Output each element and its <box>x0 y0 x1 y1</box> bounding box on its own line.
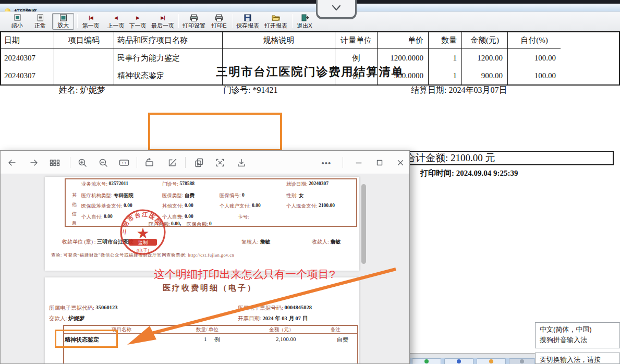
preview-toolbar: 缩小 正常 放大 |◀ 第一页 ◀ 上一页 ▶ 下一页 ▶| 最后一页 <box>0 11 620 31</box>
detail-col-note: 备注 <box>331 326 341 333</box>
save-report-button[interactable]: 保存报表 <box>235 13 261 30</box>
thumbnails-icon[interactable] <box>50 157 60 168</box>
viewer-separator <box>185 157 186 168</box>
detail-bill-code: 所属电子票据代码: 35060123 <box>49 305 118 312</box>
detail-row-amount: 2,100.00 <box>276 336 296 342</box>
settle-date: 结算日期: 2024年03月07日 <box>411 85 507 96</box>
text-recognition-icon[interactable] <box>215 157 225 168</box>
maximize-icon[interactable] <box>374 157 385 168</box>
viewer-scrollbar[interactable] <box>361 184 366 264</box>
preview-titlebar[interactable]: 打印预览 <box>0 4 620 11</box>
print-setup-button[interactable]: 打印设置 <box>180 13 208 30</box>
receipt-card-no: 卡号: <box>238 214 249 221</box>
viewer-toolbar: 1:1 ••• <box>1 151 409 174</box>
open-report-icon <box>272 14 280 21</box>
receipt-self-pay: 个人自付: 0.00 <box>81 214 113 221</box>
orange-highlight-box-items <box>148 113 282 151</box>
print-setup-icon <box>190 14 198 21</box>
receipt-clinic-no: 门诊号: 578588 <box>162 181 194 188</box>
copy-page-icon[interactable] <box>194 157 204 168</box>
first-page-icon: |◀ <box>89 14 92 21</box>
visit-number: 门诊号: *91421 <box>223 85 277 96</box>
viewer-separator <box>70 157 70 168</box>
col-header-qty: 数量 <box>429 32 462 49</box>
col-header-item-name: 药品和医疗项目名称 <box>114 32 223 49</box>
taskbar-item[interactable] <box>509 358 535 364</box>
ime-language: 中文(简体，中国) <box>540 324 615 335</box>
col-header-spec: 规格说明 <box>223 32 335 49</box>
receipt-insure-no: 医保编号: 0 <box>220 192 245 199</box>
forward-icon[interactable] <box>29 157 39 168</box>
chevron-down-icon <box>331 4 342 14</box>
viewer-separator <box>137 157 137 168</box>
toolbar-separator <box>233 14 233 28</box>
receipt-account-pay: 个人账户支付: 0.00 <box>220 203 261 210</box>
back-icon[interactable] <box>7 157 17 168</box>
zoom-out-icon[interactable] <box>98 157 108 168</box>
next-page-icon: ▶ <box>136 14 139 21</box>
taskbar-app-icon <box>489 359 493 363</box>
col-header-code: 项目编码 <box>54 32 114 49</box>
col-header-unit: 计量单位 <box>335 32 378 49</box>
exit-icon <box>301 14 309 21</box>
receipt-cashier: 收款人: 詹敏 <box>312 238 341 246</box>
next-page-button[interactable]: ▶ 下一页 <box>127 13 148 30</box>
viewer-separator <box>343 157 343 168</box>
hospital-seal: 三明市台江医院 ★ 监制 (电子) <box>119 208 167 256</box>
print-button[interactable]: 打印E <box>209 13 229 30</box>
screen: 三明市台江医院门诊费用结算清单 姓名: 炉妮梦 门诊号: *91421 结算日期… <box>0 0 620 364</box>
col-header-date: 日期 <box>1 32 54 49</box>
print-time: 打印时间: 2024.09.04 9:25:39 <box>420 168 518 178</box>
receipt-serial: 业务流水号: 02572011 <box>81 181 128 188</box>
normal-zoom-button[interactable]: 正常 <box>30 13 50 30</box>
open-report-button[interactable]: 打开报表 <box>263 13 289 30</box>
edit-icon[interactable] <box>167 157 178 168</box>
toolbar-separator <box>77 14 78 28</box>
save-report-icon <box>244 14 251 21</box>
prev-page-icon: ◀ <box>114 14 117 21</box>
ime-language-tooltip: 中文(简体，中国) 搜狗拼音输入法 <box>535 322 620 348</box>
detail-col-amount: 金额（元） <box>269 326 294 333</box>
taskbar-app-icon <box>457 359 461 363</box>
toolbar-separator <box>292 14 293 28</box>
zoom-in-button[interactable]: 放大 <box>52 13 74 30</box>
receipt-viewer-window[interactable]: 1:1 ••• 其他信息 业务流水号: 02572011 门诊号: 578588… <box>0 150 410 364</box>
zoom-in-icon[interactable] <box>77 157 88 168</box>
col-header-selfpay: 自付(%) <box>508 32 561 49</box>
col-header-price: 单价 <box>378 32 429 49</box>
taskbar-item[interactable] <box>477 358 506 364</box>
download-icon[interactable] <box>236 157 247 168</box>
taskbar-item[interactable] <box>412 358 441 364</box>
ime-hint: 要切换输入法，请按 <box>540 355 615 364</box>
detail-bill-no: 所属电子票据号码: 0004845028 <box>238 305 312 312</box>
receipt-insure-type: 医保类型: 自费 <box>162 192 194 199</box>
last-page-icon: ▶| <box>161 14 164 21</box>
ime-hint-tooltip: 要切换输入法，请按 <box>535 353 620 364</box>
viewer-content: 其他信息 业务流水号: 02572011 门诊号: 578588 就诊日期: 2… <box>1 174 410 364</box>
first-page-button[interactable]: |◀ 第一页 <box>79 13 102 30</box>
actual-size-icon[interactable]: 1:1 <box>119 157 129 168</box>
detail-title: 医疗收费明细（电子） <box>163 283 257 293</box>
close-icon[interactable] <box>395 157 406 168</box>
receipt-org-type: 医疗机构类型: 专科医院 <box>81 192 133 199</box>
rotate-icon[interactable] <box>144 157 155 168</box>
exit-button[interactable]: 退出X <box>294 13 315 30</box>
normal-zoom-icon <box>37 14 44 21</box>
taskbar-item[interactable] <box>444 358 473 364</box>
patient-name: 姓名: 炉妮梦 <box>59 85 105 96</box>
detail-col-qty: 数量/ 单位 <box>196 326 218 333</box>
toolbar-reveal-tab[interactable] <box>316 0 357 19</box>
last-page-button[interactable]: ▶| 最后一页 <box>149 13 176 30</box>
detail-row-qty: 1 <box>204 336 207 342</box>
zoom-out-button[interactable]: 缩小 <box>7 13 27 30</box>
receipt-gender: 性别: 女 <box>286 192 304 199</box>
more-options-icon[interactable]: ••• <box>321 157 332 168</box>
zoom-out-icon <box>14 14 21 21</box>
taskbar-app-icon <box>424 359 429 363</box>
orange-highlight-box-detail <box>55 330 118 348</box>
receipt-page-1: 其他信息 业务流水号: 02572011 门诊号: 578588 就诊日期: 2… <box>45 177 359 271</box>
prev-page-button[interactable]: ◀ 上一页 <box>105 13 126 30</box>
detail-bill-date: 开票日期: 2024 年 03 月 07 日 <box>238 315 308 322</box>
document-title: 三明市台江医院门诊费用结算清单 <box>0 64 620 80</box>
minimize-icon[interactable] <box>354 157 364 168</box>
